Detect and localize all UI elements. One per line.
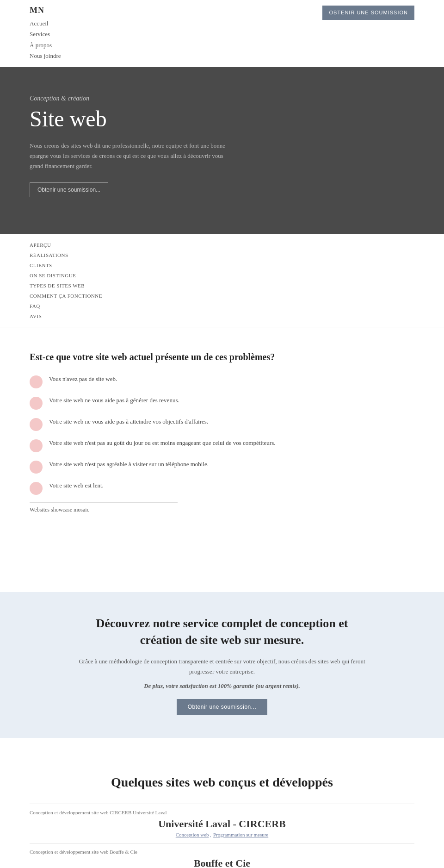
anchor-clients[interactable]: CLIENTS: [30, 260, 414, 270]
anchor-comment-ca-fonctionne[interactable]: COMMENT ÇA FONCTIONNE: [30, 291, 414, 301]
realization-label-2: Conception et développement site web Bou…: [30, 849, 414, 855]
showcase-label: Websites showcase mosaic: [30, 502, 178, 513]
nav-apropos[interactable]: À propos: [30, 40, 61, 50]
list-item: Votre site web n'est pas au goût du jour…: [30, 438, 414, 452]
list-item: Vous n'avez pas de site web.: [30, 375, 414, 388]
problem-text-6: Votre site web est lent.: [49, 481, 104, 491]
anchor-types-sites-web[interactable]: TYPES DE SITES WEB: [30, 281, 414, 291]
problem-text-5: Votre site web n'est pas agréable à visi…: [49, 460, 209, 469]
problem-text-3: Votre site web ne vous aide pas à attein…: [49, 417, 208, 427]
discovery-title: Découvrez notre service complet de conce…: [74, 615, 370, 649]
realization-tags-1: Conception web, Programmation sur mesure: [30, 832, 414, 837]
realization-tag[interactable]: Conception web: [176, 832, 209, 837]
list-item: Votre site web n'est pas agréable à visi…: [30, 460, 414, 474]
nav-joindre[interactable]: Nous joindre: [30, 50, 61, 61]
realization-title-2: Bouffe et Cie: [30, 857, 414, 868]
realization-title-1: Université Laval - CIRCERB: [30, 818, 414, 830]
problem-list: Vous n'avez pas de site web. Votre site …: [30, 375, 414, 495]
list-item: Votre site web ne vous aide pas à attein…: [30, 417, 414, 431]
spacer-1: [0, 537, 444, 574]
anchor-realisations[interactable]: RÉALISATIONS: [30, 250, 414, 260]
realization-label-1: Conception et développement site web CIR…: [30, 810, 414, 815]
problems-title: Est-ce que votre site web actuel présent…: [30, 350, 414, 363]
problem-icon-5: [30, 461, 43, 474]
problem-text-4: Votre site web n'est pas au goût du jour…: [49, 438, 276, 448]
problem-text-2: Votre site web ne vous aide pas à génére…: [49, 396, 179, 406]
list-item: Votre site web est lent.: [30, 481, 414, 495]
anchor-faq[interactable]: FAQ: [30, 301, 414, 311]
problems-section: Est-ce que votre site web actuel présent…: [0, 327, 444, 537]
problem-text-1: Vous n'avez pas de site web.: [49, 375, 117, 384]
main-nav: Accueil Services À propos Nous joindre: [30, 18, 61, 62]
discovery-highlight: De plus, votre satisfaction est 100% gar…: [74, 682, 370, 690]
problem-icon-1: [30, 375, 43, 388]
realizations-title: Quelques sites web conçus et développés: [30, 775, 414, 790]
problem-icon-2: [30, 397, 43, 410]
header: MN Accueil Services À propos Nous joindr…: [0, 0, 444, 67]
discovery-section: Découvrez notre service complet de conce…: [0, 592, 444, 738]
hero-subtitle: Conception & création: [30, 95, 414, 102]
problem-icon-3: [30, 418, 43, 431]
hero-title: Site web: [30, 106, 414, 131]
anchor-navigation: APERÇU RÉALISATIONS CLIENTS ON SE DISTIN…: [0, 234, 444, 327]
discovery-cta-button[interactable]: Obtenir une soumission...: [177, 699, 268, 715]
logo: MN: [30, 6, 61, 15]
hero-description: Nous creons des sites web dit une profes…: [30, 141, 238, 171]
problem-icon-4: [30, 439, 43, 452]
anchor-apercu[interactable]: APERÇU: [30, 240, 414, 250]
nav-accueil[interactable]: Accueil: [30, 18, 61, 29]
header-cta-button[interactable]: OBTENIR UNE SOUMISSION: [322, 6, 414, 20]
realization-tag[interactable]: Programmation sur mesure: [213, 832, 268, 837]
header-top: MN Accueil Services À propos Nous joindr…: [30, 6, 414, 62]
realization-item-2: Conception et développement site web Bou…: [30, 843, 414, 868]
anchor-avis[interactable]: AVIS: [30, 311, 414, 321]
realizations-section: Quelques sites web conçus et développés …: [0, 756, 444, 868]
list-item: Votre site web ne vous aide pas à génére…: [30, 396, 414, 410]
anchor-on-se-distingue[interactable]: ON SE DISTINGUE: [30, 270, 414, 281]
problem-icon-6: [30, 482, 43, 495]
realization-item-1: Conception et développement site web CIR…: [30, 804, 414, 843]
nav-services[interactable]: Services: [30, 29, 61, 39]
logo-area: MN Accueil Services À propos Nous joindr…: [30, 6, 61, 62]
hero-cta-button[interactable]: Obtenir une soumission...: [30, 182, 108, 197]
hero-section: Conception & création Site web Nous creo…: [0, 67, 444, 234]
discovery-description: Grâce à une méthodologie de conception t…: [74, 656, 370, 677]
